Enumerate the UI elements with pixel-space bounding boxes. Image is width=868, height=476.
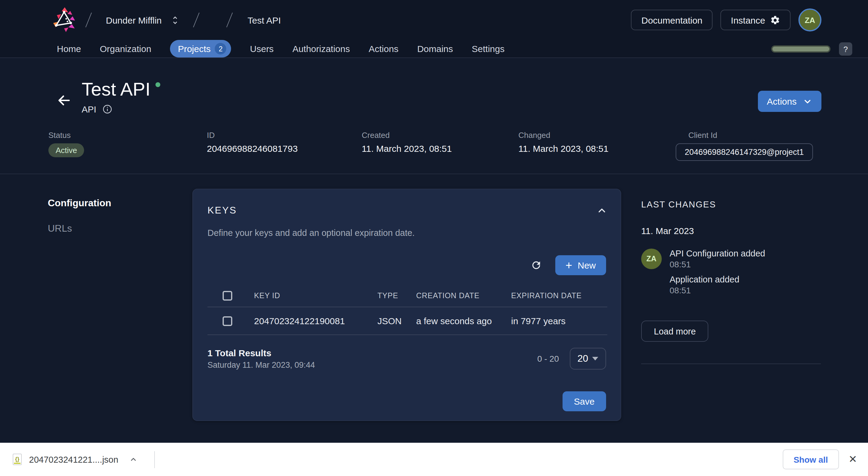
info-icon[interactable] <box>102 104 113 114</box>
last-changes-panel: LAST CHANGES 11. Mar 2023 ZA API Configu… <box>641 199 821 342</box>
sidebar-item-urls[interactable]: URLs <box>48 223 72 234</box>
col-header-expiration-date: EXPIRATION DATE <box>511 291 607 300</box>
created-value: 11. March 2023, 08:51 <box>362 144 452 154</box>
change-event-title: Application added <box>670 275 765 284</box>
new-key-button[interactable]: + New <box>555 255 606 275</box>
last-changes-title: LAST CHANGES <box>641 199 821 209</box>
status-label: Status <box>49 131 84 140</box>
page-size-value: 20 <box>577 353 588 364</box>
page-range: 0 - 20 <box>537 354 559 363</box>
change-event: Application added 08:51 <box>670 275 765 295</box>
org-switcher[interactable]: Dunder Mifflin <box>106 15 162 25</box>
keys-card-title: KEYS <box>208 205 237 216</box>
id-label: ID <box>207 131 298 140</box>
shelf-divider <box>154 451 155 468</box>
top-bar: Dunder Mifflin Test API Documentation In… <box>0 0 868 40</box>
change-event-title: API Configuration added <box>670 249 765 258</box>
cell-expiration-date: in 7977 years <box>511 316 607 326</box>
plus-icon: + <box>565 259 572 271</box>
col-header-creation-date: CREATION DATE <box>416 291 511 300</box>
cell-creation-date: a few seconds ago <box>416 316 511 326</box>
actions-dropdown-label: Actions <box>767 96 797 106</box>
instance-button-label: Instance <box>731 15 765 25</box>
change-event-time: 08:51 <box>670 259 765 269</box>
download-item[interactable]: {} 2047023241221....json <box>13 454 137 465</box>
show-all-button[interactable]: Show all <box>783 449 839 469</box>
id-value: 204696988246081793 <box>207 144 298 154</box>
download-filename: 2047023241221....json <box>29 454 118 464</box>
created-label: Created <box>362 131 452 140</box>
tab-users[interactable]: Users <box>250 43 274 54</box>
collapse-chevron-up-icon[interactable] <box>596 205 607 216</box>
status-badge: Active <box>49 144 84 157</box>
keys-card-description: Define your keys and add an optional exp… <box>208 228 415 238</box>
load-more-button[interactable]: Load more <box>641 321 709 342</box>
refresh-icon[interactable] <box>530 259 542 271</box>
tab-projects-label: Projects <box>178 43 211 54</box>
json-file-icon: {} <box>13 454 22 465</box>
section-divider <box>0 173 868 174</box>
tab-settings[interactable]: Settings <box>472 43 504 54</box>
app-root: Dunder Mifflin Test API Documentation In… <box>0 0 868 476</box>
total-results: 1 Total Results <box>208 348 315 358</box>
changed-label: Changed <box>518 131 609 140</box>
page-subtitle: API <box>82 104 96 114</box>
sidebar-item-configuration[interactable]: Configuration <box>48 198 111 209</box>
changes-date: 11. Mar 2023 <box>641 226 821 236</box>
breadcrumb-slash <box>226 13 233 28</box>
tab-actions[interactable]: Actions <box>369 43 398 54</box>
tab-home[interactable]: Home <box>57 43 81 54</box>
tab-domains[interactable]: Domains <box>417 43 453 54</box>
dropdown-arrow-icon <box>592 357 598 360</box>
nav-tabs-bar: Home Organization Projects 2 Users Autho… <box>0 40 868 58</box>
documentation-button[interactable]: Documentation <box>631 10 713 30</box>
changes-divider <box>641 363 821 364</box>
projects-count-badge: 2 <box>215 43 226 55</box>
actions-dropdown-button[interactable]: Actions <box>758 91 822 112</box>
col-header-type: TYPE <box>377 291 416 300</box>
select-all-checkbox[interactable] <box>223 291 232 300</box>
client-id-label: Client Id <box>688 131 813 140</box>
back-button[interactable] <box>56 92 72 109</box>
chevron-down-icon <box>803 96 812 106</box>
status-dot <box>155 82 160 87</box>
cell-type: JSON <box>377 316 416 326</box>
zitadel-logo[interactable] <box>52 7 76 33</box>
tab-authorizations[interactable]: Authorizations <box>292 43 350 54</box>
gear-icon <box>770 15 780 25</box>
table-header-row: KEY ID TYPE CREATION DATE EXPIRATION DAT… <box>208 285 607 307</box>
tab-projects[interactable]: Projects 2 <box>170 40 231 58</box>
changes-avatar: ZA <box>641 249 662 269</box>
quota-progress-bar <box>771 45 831 53</box>
download-chevron-up-icon[interactable] <box>129 455 137 463</box>
user-avatar[interactable]: ZA <box>799 8 822 31</box>
changed-value: 11. March 2023, 08:51 <box>518 144 609 154</box>
keys-table: KEY ID TYPE CREATION DATE EXPIRATION DAT… <box>208 285 607 335</box>
change-event-time: 08:51 <box>670 285 765 295</box>
save-button[interactable]: Save <box>562 391 606 411</box>
results-timestamp: Saturday 11. Mar 2023, 09:44 <box>208 360 315 370</box>
cell-key-id: 204702324122190081 <box>254 316 377 326</box>
row-checkbox[interactable] <box>223 316 232 326</box>
tab-organization[interactable]: Organization <box>100 43 151 54</box>
breadcrumb-slash <box>85 13 92 28</box>
client-id-value[interactable]: 204696988246147329@project1 <box>676 144 813 161</box>
instance-button[interactable]: Instance <box>721 10 790 30</box>
download-shelf: {} 2047023241221....json Show all ✕ <box>0 443 868 476</box>
breadcrumb-project[interactable]: Test API <box>248 15 281 25</box>
page-size-select[interactable]: 20 <box>570 348 606 370</box>
new-key-button-label: New <box>578 260 596 271</box>
change-event: API Configuration added 08:51 <box>670 249 765 269</box>
org-unfold-icon[interactable] <box>170 15 181 25</box>
keys-card: KEYS Define your keys and add an optiona… <box>192 189 621 421</box>
table-row[interactable]: 204702324122190081 JSON a few seconds ag… <box>208 307 607 335</box>
page-title: Test API <box>82 78 150 100</box>
breadcrumb-slash <box>193 13 199 28</box>
col-header-key-id: KEY ID <box>254 291 377 300</box>
close-shelf-icon[interactable]: ✕ <box>849 453 858 466</box>
help-button[interactable]: ? <box>839 42 852 56</box>
